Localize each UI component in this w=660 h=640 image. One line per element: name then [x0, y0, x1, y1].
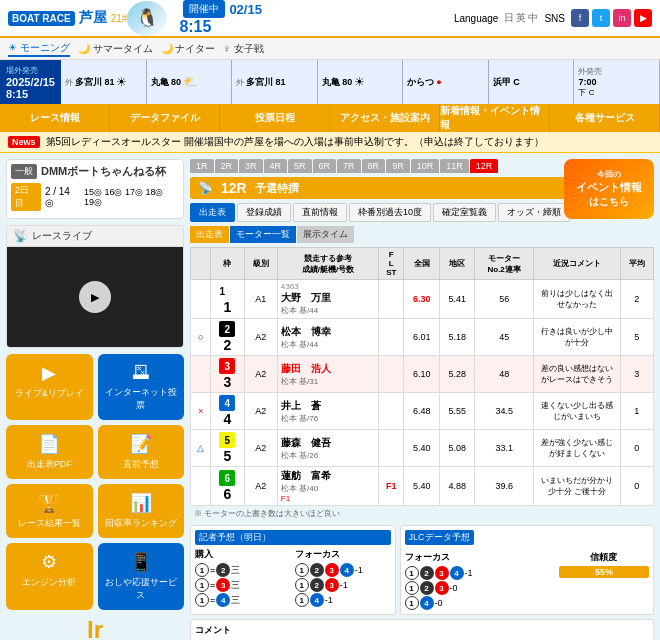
lang-kr[interactable]: 中 — [528, 11, 538, 25]
nav-race-info[interactable]: レース情報 — [0, 104, 110, 132]
row5-racer: 藤森 健吾 松本 基/26 — [277, 430, 378, 467]
jlc-row-3: 1 4 -0 — [405, 596, 555, 610]
service-icon: 📱 — [130, 551, 152, 573]
row4-fls — [379, 393, 404, 430]
prediction-label: 直前予想 — [123, 458, 159, 471]
news-ticker: News 第5回レディースオールスター 開催場国中の芦屋を場への入場は事前申込制… — [0, 132, 660, 153]
buy-row-2: 1 = 3 三 — [195, 578, 291, 592]
entry-pdf-label: 出走表PDF — [27, 458, 72, 471]
event-banner-line3: はこちら — [589, 195, 629, 209]
live-replay-button[interactable]: ▶ ライブ&リプレイ — [6, 354, 93, 420]
event-banner[interactable]: 今回の イベント情報 はこちら — [564, 159, 654, 219]
lang-jp[interactable]: 日 — [504, 11, 514, 25]
buy-section: 購入 1 = 2 三 1 = 3 三 — [195, 548, 291, 607]
tab-6r[interactable]: 6R — [313, 159, 337, 173]
subtab-confirm[interactable]: 確定室覧義 — [433, 203, 496, 222]
prediction-icon: 📝 — [130, 433, 152, 455]
tab-10r[interactable]: 10R — [411, 159, 440, 173]
row1-comment: 前りは少しはなく出せなかった — [533, 280, 620, 319]
row6-grade: A2 — [244, 467, 277, 506]
subtab-past10[interactable]: 枠番別過去10度 — [349, 203, 431, 222]
jlc2-ball-2: 2 — [420, 581, 434, 595]
row3-num-big: 3 — [214, 374, 240, 390]
ashiya-service-label: おしや応援サービス — [102, 576, 181, 602]
nav-bar: レース情報 データファイル 投票日程 アクセス・施設案内 新着情報・イベント情報… — [0, 104, 660, 132]
race-cell-4: 丸亀 80 ☀ — [318, 60, 404, 104]
datatab-exhibit[interactable]: 展示タイム — [297, 226, 354, 243]
nav-data-file[interactable]: データファイル — [110, 104, 220, 132]
datatab-entry[interactable]: 出走表 — [190, 226, 229, 243]
video-area[interactable]: ▶ — [7, 247, 183, 347]
subtab-odds[interactable]: オッズ・締順 — [498, 203, 570, 222]
th-mark — [191, 248, 211, 280]
tab-9r[interactable]: 9R — [386, 159, 410, 173]
tab-4r[interactable]: 4R — [264, 159, 288, 173]
jlc-ball-3: 3 — [435, 566, 449, 580]
tab-12r[interactable]: 12R — [470, 159, 499, 173]
weather-tab-women[interactable]: ♀ 女子戦 — [223, 42, 263, 56]
weather-tab-nighter[interactable]: 🌙 ナイター — [161, 42, 216, 56]
tab-7r[interactable]: 7R — [337, 159, 361, 173]
tab-11r[interactable]: 11R — [440, 159, 469, 173]
nav-access[interactable]: アクセス・施設案内 — [330, 104, 440, 132]
internet-vote-button[interactable]: 🗳 インターネット投票 — [98, 354, 185, 420]
row2-avg: 5 — [620, 319, 653, 356]
tab-3r[interactable]: 3R — [239, 159, 263, 173]
ashiya-service-button[interactable]: 📱 おしや応援サービス — [98, 543, 185, 610]
separator: = — [210, 565, 215, 575]
row6-comment: いまいちだが分かり少十分 ご後十分 — [533, 467, 620, 506]
nav-services[interactable]: 各種サービス — [550, 104, 660, 132]
twitter-icon[interactable]: t — [592, 9, 610, 27]
subtab-entry[interactable]: 出走表 — [190, 203, 235, 222]
prediction-button[interactable]: 📝 直前予想 — [98, 425, 185, 479]
datatab-motor[interactable]: モーター一覧 — [230, 226, 296, 243]
row4-avg: 1 — [620, 393, 653, 430]
youtube-icon[interactable]: ▶ — [634, 9, 652, 27]
tab-1r[interactable]: 1R — [190, 159, 214, 173]
f-ball-2: 2 — [310, 563, 324, 577]
jlc3-ball-4: 4 — [420, 596, 434, 610]
row6-base: 松本 基/40 — [281, 483, 375, 494]
row6-lane: 6 6 — [211, 467, 244, 506]
race-cell-5: からつ ● — [403, 60, 489, 104]
tab-5r[interactable]: 5R — [288, 159, 312, 173]
nav-events[interactable]: 新着情報・イベント情報 — [440, 104, 550, 132]
language-label: Language — [454, 13, 499, 24]
results-button[interactable]: 🏆 レース結果一覧 — [6, 484, 93, 538]
facebook-icon[interactable]: f — [571, 9, 589, 27]
row4-national: 6.48 — [404, 393, 440, 430]
f2-ball-1: 1 — [295, 578, 309, 592]
th-score-area: 地区 — [439, 248, 475, 280]
race-date-info: 2 / 14 ◎ — [45, 186, 80, 208]
results-icon: 🏆 — [38, 492, 60, 514]
entry-pdf-button[interactable]: 📄 出走表PDF — [6, 425, 93, 479]
subtab-direct[interactable]: 直前情報 — [293, 203, 347, 222]
row2-base: 松本 基/44 — [281, 339, 375, 350]
race-event-title: DMMボートちゃんねる杯 — [41, 164, 166, 179]
lang-en[interactable]: 英 — [516, 11, 526, 25]
row6-area: 4.88 — [439, 467, 475, 506]
race-day-badge: 2日目 — [11, 183, 41, 211]
ball-1: 1 — [195, 563, 209, 577]
instagram-icon[interactable]: in — [613, 9, 631, 27]
weather-tab-summer[interactable]: 🌙 サマータイム — [78, 42, 153, 56]
ranking-button[interactable]: 📊 回収率ランキング — [98, 484, 185, 538]
row6-mark — [191, 467, 211, 506]
f2-ball-2: 2 — [310, 578, 324, 592]
row4-area: 5.55 — [439, 393, 475, 430]
nav-schedule[interactable]: 投票日程 — [220, 104, 330, 132]
tab-2r[interactable]: 2R — [215, 159, 239, 173]
lane-badge-4: 4 — [219, 395, 235, 411]
row3-comment: 差の良い感想はないがレースはできそう — [533, 356, 620, 393]
play-button[interactable]: ▶ — [79, 281, 111, 313]
comment-title: コメント — [195, 624, 649, 637]
weather-tab-morning[interactable]: ☀ モーニング — [8, 41, 70, 57]
tab-8r[interactable]: 8R — [362, 159, 386, 173]
live-header: 📡 レースライブ — [7, 226, 183, 247]
subtab-results[interactable]: 登録成績 — [237, 203, 291, 222]
row3-racer: 藤田 浩人 松本 基/31 — [277, 356, 378, 393]
row5-grade: A2 — [244, 430, 277, 467]
row5-fls — [379, 430, 404, 467]
f3-ball-4: 4 — [310, 593, 324, 607]
engine-button[interactable]: ⚙ エンジン分析 — [6, 543, 93, 610]
